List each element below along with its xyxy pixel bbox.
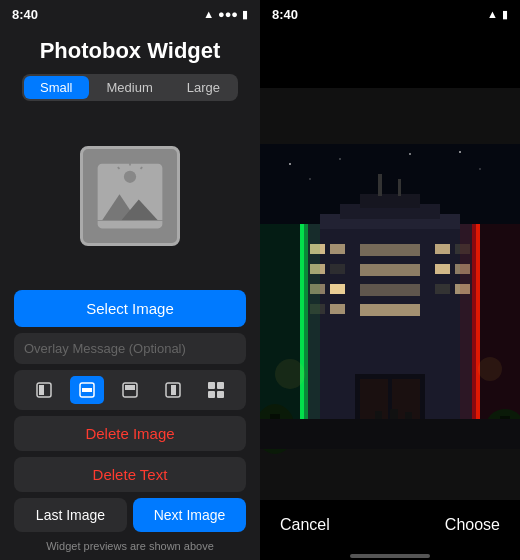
svg-rect-19 (217, 391, 224, 398)
layout-icon-2[interactable] (70, 376, 104, 404)
choose-button[interactable]: Choose (445, 516, 500, 534)
svg-point-67 (275, 359, 305, 389)
svg-rect-35 (330, 304, 345, 314)
svg-rect-17 (217, 382, 224, 389)
image-placeholder (80, 146, 180, 246)
svg-rect-33 (330, 284, 345, 294)
delete-image-button[interactable]: Delete Image (14, 416, 246, 451)
left-time: 8:40 (12, 7, 38, 22)
layout-icon-5[interactable] (199, 376, 233, 404)
left-status-icons: ▲ ●●● ▮ (203, 8, 248, 21)
right-status-bar: 8:40 ▲ ▮ (260, 0, 520, 28)
left-status-bar: 8:40 ▲ ●●● ▮ (0, 0, 260, 28)
right-time: 8:40 (272, 7, 298, 22)
icon-row (14, 370, 246, 410)
footnote: Widget previews are shown above (36, 538, 224, 554)
layout-icon-3[interactable] (113, 376, 147, 404)
select-image-button[interactable]: Select Image (14, 290, 246, 327)
svg-rect-29 (330, 244, 345, 254)
size-tabs: Small Medium Large (22, 74, 238, 101)
last-image-button[interactable]: Last Image (14, 498, 127, 532)
svg-rect-13 (125, 385, 135, 390)
svg-rect-51 (460, 224, 520, 424)
photo-container (260, 88, 520, 500)
svg-rect-55 (378, 174, 382, 196)
right-panel: 8:40 ▲ ▮ (260, 0, 520, 560)
svg-rect-15 (171, 385, 176, 395)
svg-point-25 (459, 151, 461, 153)
layout-icon-4[interactable] (156, 376, 190, 404)
svg-rect-11 (82, 388, 92, 392)
right-battery-icon: ▮ (502, 8, 508, 21)
next-image-button[interactable]: Next Image (133, 498, 246, 532)
wifi-icon: ▲ (203, 8, 214, 20)
right-wifi-icon: ▲ (487, 8, 498, 20)
svg-point-68 (478, 357, 502, 381)
svg-rect-54 (360, 194, 420, 208)
svg-rect-56 (398, 179, 401, 196)
svg-rect-37 (360, 264, 420, 276)
overlay-message-input[interactable] (14, 333, 246, 364)
svg-rect-69 (260, 419, 520, 449)
tab-large[interactable]: Large (171, 76, 236, 99)
signal-icon: ●●● (218, 8, 238, 20)
home-bar (350, 554, 430, 558)
svg-rect-40 (435, 244, 450, 254)
home-indicator-area (260, 550, 520, 560)
svg-line-3 (141, 167, 143, 169)
svg-rect-58 (360, 379, 388, 424)
app-title: Photobox Widget (40, 38, 221, 64)
svg-point-21 (289, 163, 291, 165)
bottom-nav: Last Image Next Image (14, 498, 246, 532)
tab-small[interactable]: Small (24, 76, 89, 99)
svg-point-24 (479, 168, 481, 170)
building-photo (260, 88, 520, 500)
svg-point-22 (339, 158, 341, 160)
svg-rect-16 (208, 382, 215, 389)
svg-rect-36 (360, 244, 420, 256)
right-status-icons: ▲ ▮ (487, 8, 508, 21)
left-panel: 8:40 ▲ ●●● ▮ Photobox Widget Small Mediu… (0, 0, 260, 560)
svg-rect-38 (360, 284, 420, 296)
svg-rect-31 (330, 264, 345, 274)
svg-point-26 (309, 178, 310, 179)
layout-icon-1[interactable] (27, 376, 61, 404)
svg-point-23 (409, 153, 411, 155)
image-preview-area (0, 101, 260, 290)
tab-medium[interactable]: Medium (91, 76, 169, 99)
top-black-area (260, 28, 520, 88)
battery-icon: ▮ (242, 8, 248, 21)
delete-text-button[interactable]: Delete Text (14, 457, 246, 492)
svg-line-4 (118, 167, 120, 169)
svg-rect-9 (39, 385, 44, 395)
placeholder-icon (95, 161, 165, 231)
svg-rect-18 (208, 391, 215, 398)
cancel-button[interactable]: Cancel (280, 516, 330, 534)
svg-point-1 (124, 170, 136, 182)
bottom-action-bar: Cancel Choose (260, 500, 520, 550)
svg-rect-39 (360, 304, 420, 316)
svg-rect-50 (260, 224, 320, 424)
svg-rect-44 (435, 284, 450, 294)
svg-rect-42 (435, 264, 450, 274)
